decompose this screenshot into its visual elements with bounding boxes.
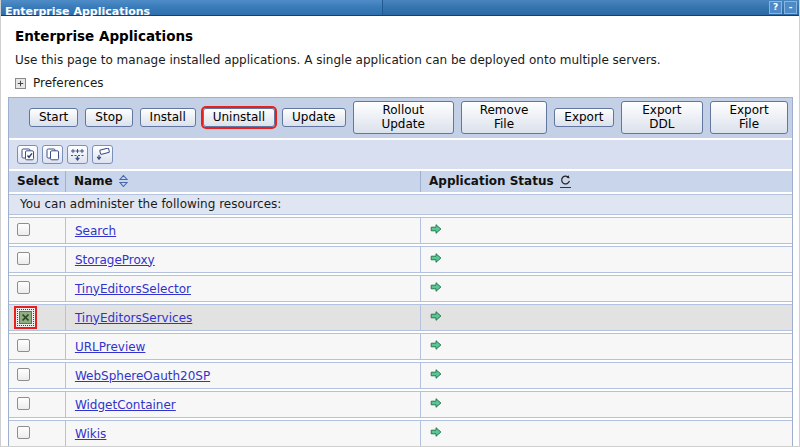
table-row: URLPreview <box>9 333 792 360</box>
remove-file-button[interactable]: Remove File <box>461 101 548 134</box>
row-checkbox[interactable] <box>17 223 30 236</box>
table-row: TinyEditorsSelector <box>9 275 792 302</box>
show-filter-button[interactable] <box>67 145 88 164</box>
applications-table: Select Name Appli <box>9 169 792 447</box>
column-header-status: Application Status <box>421 171 792 192</box>
table-toolbar <box>9 140 792 169</box>
sort-icon[interactable] <box>119 175 128 187</box>
page-title: Enterprise Applications <box>15 28 791 44</box>
table-row-selected: TinyEditorsServices <box>9 304 792 331</box>
row-checkbox[interactable] <box>17 397 30 410</box>
help-button[interactable]: ? <box>769 1 782 14</box>
select-all-button[interactable] <box>17 145 38 164</box>
deselect-all-button[interactable] <box>42 145 63 164</box>
install-button[interactable]: Install <box>140 108 196 127</box>
table-row: WidgetContainer <box>9 391 792 418</box>
export-ddl-button[interactable]: Export DDL <box>621 101 704 134</box>
app-name-link[interactable]: StorageProxy <box>75 253 155 267</box>
enterprise-applications-portlet: Enterprise Applications ? - Enterprise A… <box>0 0 800 447</box>
status-started-icon <box>430 426 442 438</box>
app-name-link[interactable]: TinyEditorsSelector <box>75 282 191 296</box>
show-filter-icon <box>70 148 85 161</box>
titlebar-divider <box>382 0 383 15</box>
app-name-link[interactable]: Wikis <box>75 427 106 441</box>
app-name-link[interactable]: TinyEditorsServices <box>75 311 192 325</box>
table-caption-row: You can administer the following resourc… <box>9 194 792 215</box>
update-button[interactable]: Update <box>282 108 345 127</box>
titlebar-shade <box>383 0 799 15</box>
refresh-status-icon[interactable] <box>560 175 571 188</box>
export-file-button[interactable]: Export File <box>710 101 788 134</box>
page-intro: Enterprise Applications Use this page to… <box>1 16 799 90</box>
page-description: Use this page to manage installed applic… <box>15 53 791 67</box>
window-title: Enterprise Applications <box>1 4 150 19</box>
minimize-button[interactable]: - <box>784 1 797 14</box>
start-button[interactable]: Start <box>29 108 78 127</box>
hide-filter-icon <box>95 148 110 161</box>
app-name-link[interactable]: URLPreview <box>75 340 146 354</box>
table-header-row: Select Name Appli <box>9 171 792 192</box>
checkmark-x-icon <box>21 313 30 322</box>
window-titlebar: Enterprise Applications ? - <box>1 0 799 16</box>
column-header-name: Name <box>66 171 421 192</box>
table-row: Search <box>9 217 792 244</box>
column-header-select: Select <box>9 171 66 192</box>
row-checkbox[interactable] <box>17 252 30 265</box>
row-checkbox-checked[interactable] <box>19 311 32 324</box>
app-name-link[interactable]: WebSphereOauth20SP <box>75 369 210 383</box>
status-started-icon <box>430 281 442 293</box>
expand-plus-icon <box>15 78 26 89</box>
export-button[interactable]: Export <box>554 108 613 127</box>
status-started-icon <box>430 310 442 322</box>
row-checkbox[interactable] <box>17 426 30 439</box>
checkbox-highlight-box <box>14 306 37 329</box>
uninstall-button[interactable]: Uninstall <box>203 108 275 127</box>
select-all-icon <box>21 148 35 161</box>
table-row: Wikis <box>9 420 792 447</box>
action-toolbar: Start Stop Install Uninstall Update Roll… <box>9 98 792 140</box>
hide-filter-button[interactable] <box>92 145 113 164</box>
table-row: WebSphereOauth20SP <box>9 362 792 389</box>
status-started-icon <box>430 223 442 235</box>
stop-button[interactable]: Stop <box>85 108 132 127</box>
row-checkbox[interactable] <box>17 281 30 294</box>
app-name-link[interactable]: WidgetContainer <box>75 398 176 412</box>
table-row: StorageProxy <box>9 246 792 273</box>
preferences-toggle[interactable]: Preferences <box>15 76 791 90</box>
status-started-icon <box>430 252 442 264</box>
table-caption: You can administer the following resourc… <box>9 194 792 215</box>
applications-collection: Start Stop Install Uninstall Update Roll… <box>8 97 793 447</box>
status-started-icon <box>430 339 442 351</box>
status-started-icon <box>430 368 442 380</box>
deselect-all-icon <box>46 148 60 161</box>
preferences-label: Preferences <box>33 76 104 90</box>
app-name-link[interactable]: Search <box>75 224 116 238</box>
row-checkbox[interactable] <box>17 368 30 381</box>
rollout-update-button[interactable]: Rollout Update <box>353 101 454 134</box>
status-started-icon <box>430 397 442 409</box>
row-checkbox[interactable] <box>17 339 30 352</box>
